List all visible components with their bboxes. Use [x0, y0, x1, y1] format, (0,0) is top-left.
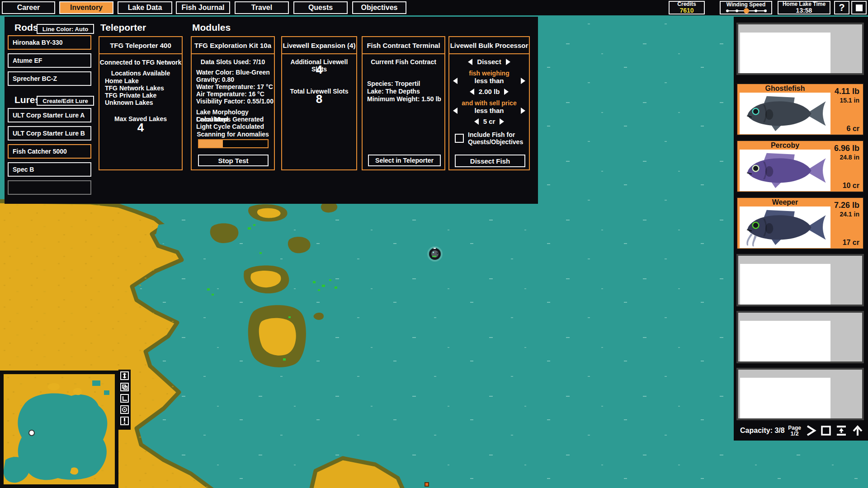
prev-action-icon[interactable]	[468, 59, 472, 65]
scanning-label: Scanning for Anomalies	[192, 131, 274, 138]
winding-speed-label: Winding Speed	[726, 2, 766, 8]
help-button[interactable]: ?	[834, 1, 849, 14]
scan-progress-fill	[199, 140, 223, 147]
contract-line: Lake: The Depths	[367, 88, 420, 95]
next-op-icon[interactable]	[521, 108, 525, 114]
reading: Water Color: Blue-Green	[196, 69, 270, 76]
window-square-icon	[856, 5, 863, 11]
module-fish-contract: Fish Contract Terminal Current Fish Cont…	[362, 36, 445, 170]
empty-fish-image-area	[740, 321, 830, 361]
max-saved-lakes-value: 4	[99, 124, 182, 131]
next-action-icon[interactable]	[506, 59, 510, 65]
livewell-slot-empty[interactable]	[736, 311, 864, 363]
livewell-slot-empty[interactable]	[736, 254, 864, 306]
teleporter-status: Connected to TFG Network	[99, 59, 182, 66]
action-value: Dissect	[477, 58, 501, 66]
modules-title: Modules	[192, 22, 231, 33]
line-color-button[interactable]: Line Color: Auto	[37, 24, 94, 34]
livewell-fish-card[interactable]: Ghostlefish 4.11 lb 15.1 in 6 cr	[736, 83, 864, 136]
stop-icon[interactable]	[820, 425, 832, 436]
fish-name: Percoby	[740, 141, 830, 150]
livewell-footer: Capacity: 3/8 Page 1/2	[734, 421, 868, 441]
empty-fish-image-area	[740, 33, 830, 73]
window-toggle-button[interactable]	[851, 1, 867, 14]
teleporter-device: TFG Teleporter 400 Connected to TFG Netw…	[99, 36, 183, 170]
livewell-fish-card[interactable]: Weeper 7.26 lb 24.1 in 17 cr	[736, 197, 864, 249]
increase-weight-icon[interactable]	[504, 89, 509, 95]
rod-item[interactable]: Sprecher BC-Z	[8, 71, 91, 86]
include-quests-checkbox[interactable]	[455, 134, 464, 143]
rod-item[interactable]: Atume EF	[8, 53, 91, 68]
decrease-price-icon[interactable]	[474, 118, 479, 125]
rods-title: Rods	[14, 22, 38, 33]
dissect-fish-button[interactable]: Dissect Fish	[455, 155, 525, 167]
alert-icon[interactable]	[120, 417, 129, 425]
additional-slots-value: 4	[282, 66, 356, 73]
minimap[interactable]	[0, 371, 118, 488]
create-edit-lure-button[interactable]: Create/Edit Lure	[37, 96, 94, 106]
sonar-buoy-icon	[427, 246, 443, 262]
fish-price: 6 cr	[847, 125, 859, 133]
tab-travel[interactable]: Travel	[235, 1, 289, 14]
inventory-panel: Rods Line Color: Auto Hironaka BY-330 At…	[5, 17, 538, 204]
condition1-value-stepper: 2.00 lb	[449, 88, 529, 95]
resize-vertical-icon[interactable]	[120, 371, 129, 380]
select-in-teleporter-button[interactable]: Select in Teleporter	[368, 155, 441, 166]
condition1-op: less than	[474, 77, 504, 84]
move-to-top-icon[interactable]	[835, 425, 847, 436]
livewell-fish-card[interactable]: Percoby 6.96 lb 24.8 in 10 cr	[736, 140, 864, 192]
livewell-panel: Ghostlefish 4.11 lb 15.1 in 6 cr	[734, 17, 868, 441]
tab-lake-data[interactable]: Lake Data	[118, 1, 172, 14]
center-target-icon[interactable]	[120, 405, 129, 414]
up-arrow-icon[interactable]	[852, 425, 863, 436]
layers-icon[interactable]	[120, 383, 129, 391]
reading: Gravity: 0.80	[196, 76, 234, 83]
fish-name: Weeper	[740, 198, 830, 206]
data-slots-used: Data Slots Used: 7/10	[192, 58, 274, 66]
lure-item-empty[interactable]	[8, 180, 91, 195]
lure-item[interactable]: Fish Catcher 5000	[8, 144, 91, 159]
teleporter-device-title: TFG Teleporter 400	[99, 37, 182, 54]
rod-item[interactable]: Hironaka BY-330	[8, 35, 91, 50]
livewell-slot-empty[interactable]	[736, 368, 864, 420]
next-page-icon[interactable]	[805, 425, 816, 436]
fish-length: 24.8 in	[840, 154, 859, 161]
tab-objectives[interactable]: Objectives	[352, 1, 406, 14]
condition2-op-stepper: less than	[449, 107, 529, 114]
corner-ruler-icon[interactable]	[120, 394, 129, 403]
minimap-lake	[18, 393, 107, 480]
lure-item[interactable]: Spec B	[8, 162, 91, 177]
module-livewell-expansion: Livewell Expansion (4) Additional Livewe…	[281, 36, 357, 170]
fish-weight: 4.11 lb	[835, 87, 859, 96]
empty-fish-image-area	[740, 264, 830, 305]
credits-display: Credits 7610	[669, 1, 705, 14]
reading: Air Temperature: 16 °C	[196, 90, 264, 98]
calc-line: Local Maps Generated	[196, 116, 264, 123]
teleporter-locations-title: Locations Available	[99, 70, 182, 77]
stop-test-button[interactable]: Stop Test	[198, 155, 269, 166]
tab-career[interactable]: Career	[2, 1, 55, 14]
next-op-icon[interactable]	[521, 78, 525, 84]
fish-name: Ghostlefish	[740, 84, 830, 93]
increase-price-icon[interactable]	[500, 118, 504, 125]
prev-op-icon[interactable]	[453, 78, 458, 84]
tab-inventory[interactable]: Inventory	[59, 1, 113, 14]
teleporter-location: Unknown Lakes	[105, 99, 153, 106]
home-lake-time-value: 13:58	[796, 7, 812, 14]
fish-price: 10 cr	[843, 182, 859, 190]
lure-item[interactable]: ULT Corp Starter Lure A	[8, 108, 91, 122]
prev-op-icon[interactable]	[453, 108, 458, 114]
credits-value: 7610	[679, 7, 693, 14]
lure-item[interactable]: ULT Corp Starter Lure B	[8, 126, 91, 141]
tab-quests[interactable]: Quests	[293, 1, 348, 14]
teleporter-location: TFG Private Lake	[105, 92, 156, 99]
winding-speed-slider[interactable]	[725, 8, 767, 14]
livewell-slot-empty[interactable]	[736, 23, 864, 75]
teleporter-location: TFG Network Lakes	[105, 84, 164, 92]
condition2-op: less than	[474, 107, 504, 114]
module-title: Livewell Bulk Processor	[449, 37, 529, 54]
game-screen: Career Inventory Lake Data Fish Journal …	[0, 0, 868, 488]
decrease-weight-icon[interactable]	[470, 89, 474, 95]
tab-fish-journal[interactable]: Fish Journal	[176, 1, 230, 14]
page-indicator: Page 1/2	[788, 425, 801, 436]
